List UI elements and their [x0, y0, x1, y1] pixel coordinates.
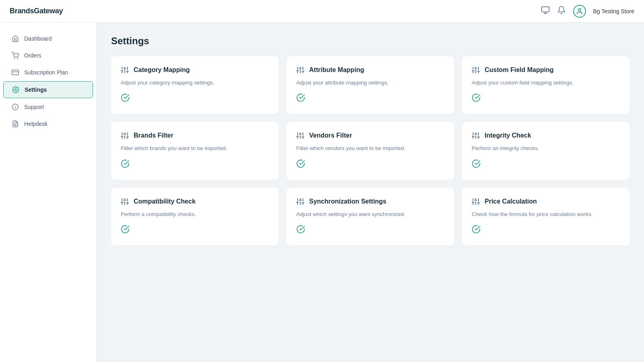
sliders-icon: [296, 197, 304, 206]
layout: Dashboard Orders Subscription Plan: [0, 23, 644, 362]
sliders-icon: [121, 197, 129, 206]
settings-cards-grid: Category Mapping Adjust your category ma…: [111, 56, 630, 245]
card-title: Synchronization Settings: [309, 198, 386, 205]
sliders-icon: [296, 66, 304, 74]
card-header: Price Calculation: [472, 197, 620, 206]
sidebar-label-subscription: Subscription Plan: [24, 69, 68, 76]
credit-card-icon: [11, 69, 19, 76]
card-synchronization-settings[interactable]: Synchronization Settings Adjust which se…: [287, 188, 454, 245]
page-title: Settings: [111, 35, 630, 47]
check-circle-icon: [472, 93, 620, 104]
shopping-cart-icon: [11, 52, 19, 59]
settings-icon: [12, 86, 20, 93]
notification-icon[interactable]: [557, 6, 566, 16]
check-circle-icon: [121, 93, 269, 104]
card-header: Attribute Mapping: [296, 66, 444, 74]
card-price-calculation[interactable]: Price Calculation Check how the formula …: [462, 188, 630, 245]
check-circle-icon: [296, 159, 444, 170]
card-integrity-check[interactable]: Integrity Check Perform an integrity che…: [462, 122, 630, 179]
sliders-icon: [472, 197, 480, 206]
card-desc: Adjust your category mapping settings.: [121, 79, 269, 87]
check-circle-icon: [472, 225, 620, 236]
card-desc: Perform an integrity checks.: [472, 144, 620, 152]
card-header: Category Mapping: [121, 66, 269, 74]
sidebar-item-subscription[interactable]: Subscription Plan: [3, 64, 93, 80]
card-header: Integrity Check: [472, 132, 620, 140]
sidebar-item-orders[interactable]: Orders: [3, 47, 93, 64]
info-icon: [11, 103, 19, 111]
svg-point-4: [14, 58, 15, 59]
sliders-icon: [121, 132, 129, 140]
store-name: Bg Testing Store: [593, 8, 634, 14]
card-brands-filter[interactable]: Brands Filter Filter which brands you wa…: [111, 122, 279, 179]
sliders-icon: [121, 66, 129, 74]
card-vendors-filter[interactable]: Vendors Filter Filter which vendors you …: [287, 122, 454, 179]
sidebar: Dashboard Orders Subscription Plan: [0, 23, 97, 362]
card-compatibility-check[interactable]: Compatibility Check Perform a compatibil…: [111, 188, 279, 245]
sidebar-item-dashboard[interactable]: Dashboard: [3, 31, 93, 47]
card-title: Integrity Check: [485, 132, 531, 139]
sidebar-label-settings: Settings: [25, 86, 47, 93]
card-header: Vendors Filter: [296, 132, 444, 140]
card-desc: Filter which vendors you want to be impo…: [296, 144, 444, 152]
sliders-icon: [472, 132, 480, 140]
card-header: Synchronization Settings: [296, 197, 444, 206]
check-circle-icon: [296, 225, 444, 236]
card-title: Brands Filter: [134, 132, 173, 139]
card-title: Custom Field Mapping: [485, 66, 554, 74]
sliders-icon: [296, 132, 304, 140]
card-desc: Adjust your custom field mapping setting…: [472, 79, 620, 87]
file-icon: [11, 120, 19, 128]
header: BrandsGateway Bg Testing Store: [0, 0, 644, 23]
sidebar-label-support: Support: [24, 104, 44, 110]
card-title: Vendors Filter: [309, 132, 352, 139]
svg-point-5: [17, 58, 18, 59]
home-icon: [11, 35, 19, 42]
card-category-mapping[interactable]: Category Mapping Adjust your category ma…: [111, 56, 279, 114]
card-custom-field-mapping[interactable]: Custom Field Mapping Adjust your custom …: [462, 56, 630, 114]
avatar[interactable]: [573, 5, 586, 18]
sliders-icon: [472, 66, 480, 74]
check-circle-icon: [296, 93, 444, 104]
card-desc: Adjust which settings you want synchroni…: [296, 210, 444, 218]
sidebar-item-support[interactable]: Support: [3, 99, 93, 115]
logo: BrandsGateway: [10, 7, 63, 15]
card-title: Category Mapping: [134, 66, 190, 74]
sidebar-label-orders: Orders: [24, 52, 41, 59]
main-content: Settings Category Mapping Adjust your ca…: [97, 23, 644, 362]
card-header: Brands Filter: [121, 132, 269, 140]
header-right: Bg Testing Store: [541, 5, 634, 18]
card-desc: Perform a compatibility checks.: [121, 210, 269, 218]
card-title: Compatibility Check: [134, 198, 196, 205]
check-circle-icon: [121, 159, 269, 170]
svg-point-3: [578, 8, 581, 11]
card-header: Custom Field Mapping: [472, 66, 620, 74]
check-circle-icon: [121, 225, 269, 236]
svg-rect-0: [541, 7, 549, 12]
card-desc: Filter which brands you want to be impor…: [121, 144, 269, 152]
card-title: Attribute Mapping: [309, 66, 364, 74]
check-circle-icon: [472, 159, 620, 170]
monitor-icon[interactable]: [541, 6, 550, 16]
card-header: Compatibility Check: [121, 197, 269, 206]
svg-rect-6: [12, 70, 19, 75]
card-desc: Check how the formula for price calculat…: [472, 210, 620, 218]
card-desc: Adjust your attribute mapping settings.: [296, 79, 444, 87]
sidebar-label-dashboard: Dashboard: [24, 35, 52, 42]
card-title: Price Calculation: [485, 198, 537, 205]
card-attribute-mapping[interactable]: Attribute Mapping Adjust your attribute …: [287, 56, 454, 114]
svg-point-8: [15, 89, 17, 91]
sidebar-item-helpdesk[interactable]: Helpdesk: [3, 116, 93, 132]
sidebar-label-helpdesk: Helpdesk: [24, 121, 47, 127]
sidebar-item-settings[interactable]: Settings: [3, 81, 93, 98]
